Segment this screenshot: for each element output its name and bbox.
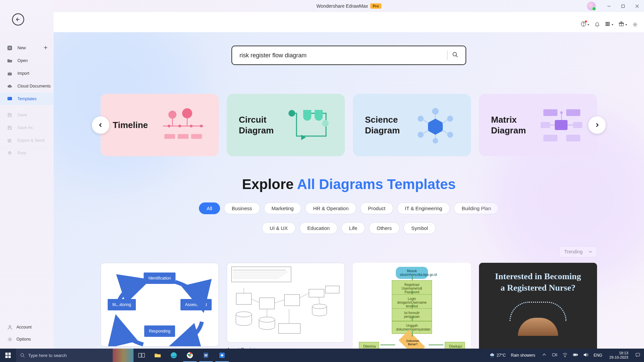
taskbar: Type here to search W 27°C Rain showers …: [0, 349, 644, 362]
svg-rect-28: [8, 99, 10, 99]
filter-product[interactable]: Product: [360, 202, 393, 214]
sidebar-item-save[interactable]: Save: [0, 109, 54, 121]
template-card-nurse[interactable]: Interested in Becoming a Registered Nurs…: [479, 263, 597, 349]
svg-rect-69: [541, 122, 550, 128]
apps-menu[interactable]: [605, 21, 614, 28]
close-button[interactable]: [630, 0, 644, 12]
search-button[interactable]: [452, 52, 458, 59]
svg-rect-70: [555, 120, 568, 130]
filter-education[interactable]: Education: [300, 222, 337, 234]
carousel-card-circuit[interactable]: Circuit Diagram: [227, 94, 345, 156]
card-title: Science Diagram: [365, 114, 400, 136]
template-card-risk-register[interactable]: Identification Assessment Responding Mon…: [101, 263, 219, 347]
svg-rect-106: [139, 353, 141, 357]
filter-others[interactable]: Others: [369, 222, 399, 234]
cloud-icon: [7, 84, 13, 88]
filter-business[interactable]: Business: [224, 202, 260, 214]
svg-line-65: [442, 130, 447, 133]
add-new-icon[interactable]: [44, 45, 48, 51]
filter-all[interactable]: All: [199, 202, 220, 214]
taskbar-search[interactable]: Type here to search: [16, 349, 113, 362]
svg-rect-92: [278, 323, 300, 334]
filter-uiux[interactable]: UI & UX: [262, 222, 296, 234]
sidebar-account[interactable]: Account: [0, 321, 54, 333]
svg-point-52: [322, 120, 329, 127]
search-box[interactable]: [231, 46, 466, 65]
sidebar-item-export[interactable]: Export & Send: [0, 134, 54, 147]
filter-life[interactable]: Life: [341, 222, 365, 234]
chrome-browser[interactable]: [182, 349, 198, 362]
search-input[interactable]: [239, 52, 442, 59]
svg-rect-46: [164, 134, 175, 139]
carousel-prev[interactable]: [92, 116, 109, 134]
notifications-icon[interactable]: [594, 22, 600, 27]
svg-point-51: [288, 110, 295, 117]
svg-line-117: [493, 356, 493, 357]
sidebar-item-save-as[interactable]: Save As: [0, 121, 54, 134]
sidebar-item-templates[interactable]: Templates: [0, 93, 54, 105]
carousel-card-timeline[interactable]: Timeline: [101, 94, 219, 156]
card-title: Timeline: [113, 120, 148, 131]
gift-menu[interactable]: [619, 21, 628, 28]
svg-point-18: [634, 23, 636, 25]
svg-point-41: [182, 108, 192, 118]
back-button[interactable]: [12, 13, 24, 25]
maximize-button[interactable]: [616, 0, 630, 12]
svg-rect-118: [552, 354, 555, 356]
svg-point-91: [312, 304, 327, 309]
settings-icon[interactable]: [632, 22, 638, 27]
carousel-next[interactable]: [588, 116, 606, 134]
filter-symbol[interactable]: Symbol: [404, 222, 436, 234]
sidebar-item-label: Export & Send: [17, 138, 45, 143]
sidebar-item-label: Options: [16, 337, 31, 342]
svg-rect-102: [5, 356, 8, 358]
start-button[interactable]: [0, 349, 16, 362]
tray-clock[interactable]: 18:13 29-10-2023: [607, 351, 631, 360]
timeline-illustration: [160, 107, 207, 143]
help-menu[interactable]: [581, 21, 590, 28]
svg-rect-47: [178, 134, 189, 139]
file-explorer[interactable]: [150, 349, 166, 362]
app-title: Wondershare EdrawMax: [316, 3, 368, 9]
svg-rect-30: [9, 128, 11, 129]
edge-browser[interactable]: [166, 349, 182, 362]
sidebar-options[interactable]: Options: [0, 333, 54, 345]
circuit-illustration: [286, 107, 333, 143]
taskbar-news-widget[interactable]: [113, 349, 133, 362]
svg-text:W: W: [204, 354, 208, 357]
task-view[interactable]: [133, 349, 150, 362]
tray-meet-now[interactable]: [551, 352, 558, 358]
svg-point-14: [608, 25, 609, 26]
sidebar-item-print[interactable]: Print: [0, 147, 54, 160]
filter-it[interactable]: IT & Engineering: [397, 202, 450, 214]
tray-volume[interactable]: [582, 352, 589, 358]
save-as-icon: [7, 125, 13, 130]
edrawmax-app[interactable]: [214, 349, 230, 362]
svg-point-36: [9, 339, 11, 340]
sidebar-item-import[interactable]: Import: [0, 67, 54, 80]
tray-chevron[interactable]: [541, 352, 548, 358]
svg-rect-1: [622, 5, 624, 7]
svg-marker-53: [301, 135, 306, 140]
minimize-button[interactable]: [602, 0, 616, 12]
template-card-asset-register[interactable]: [227, 263, 345, 343]
filter-hr[interactable]: HR & Operation: [305, 202, 356, 214]
carousel-card-science[interactable]: Science Diagram: [353, 94, 471, 156]
sidebar-item-cloud[interactable]: Cloud Documents: [0, 80, 54, 93]
svg-line-115: [491, 356, 491, 357]
tray-battery[interactable]: [572, 352, 579, 358]
svg-rect-48: [191, 134, 202, 139]
carousel-card-matrix[interactable]: Matrix Diagram: [479, 94, 597, 156]
avatar[interactable]: [587, 2, 596, 10]
sidebar-item-open[interactable]: Open: [0, 54, 54, 67]
taskbar-weather[interactable]: 27°C Rain showers: [490, 353, 535, 358]
svg-point-6: [606, 22, 607, 23]
sidebar-item-new[interactable]: New: [0, 42, 54, 54]
tray-language[interactable]: ENG: [593, 353, 603, 358]
svg-rect-88: [325, 286, 339, 293]
tray-wifi[interactable]: [561, 352, 569, 358]
word-app[interactable]: W: [198, 349, 214, 362]
filter-marketing[interactable]: Marketing: [264, 202, 302, 214]
template-card-green-flow[interactable]: Masuk situs\nhencoba.bps.go.id Registras…: [353, 263, 471, 349]
tray-notifications[interactable]: [634, 352, 641, 358]
